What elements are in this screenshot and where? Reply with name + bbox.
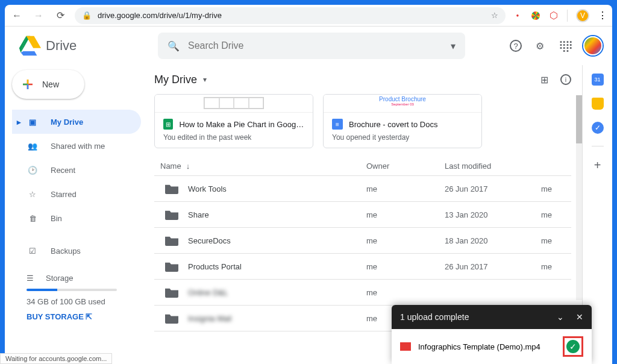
- scrollbar[interactable]: [576, 95, 582, 300]
- file-modified-by: me: [541, 210, 565, 219]
- sidebar-item-backups[interactable]: ☑Backups: [12, 239, 141, 263]
- folder-icon: [165, 235, 178, 246]
- help-icon[interactable]: ?: [510, 40, 522, 52]
- sidebar-item-label: Starred: [51, 190, 77, 199]
- star-icon[interactable]: ☆: [491, 11, 498, 20]
- upload-success-highlight: ✓: [563, 336, 583, 357]
- column-modified-header[interactable]: Last modified: [445, 162, 565, 171]
- sidebar: New ▸▣My Drive👥Shared with me🕑Recent☆Sta…: [5, 65, 148, 364]
- sidebar-item-recent[interactable]: 🕑Recent: [12, 158, 141, 182]
- new-button[interactable]: New: [12, 70, 84, 99]
- sidebar-item-label: Shared with me: [51, 142, 105, 151]
- calendar-icon[interactable]: 31: [592, 74, 604, 86]
- search-input[interactable]: [188, 40, 442, 51]
- breadcrumb-label: My Drive: [154, 74, 197, 86]
- file-row[interactable]: Shareme13 Jan 2020me: [154, 202, 571, 228]
- folder-icon: [165, 183, 178, 194]
- sidebar-item-shared[interactable]: 👥Shared with me: [12, 134, 141, 158]
- video-file-icon: [400, 342, 411, 351]
- breadcrumb[interactable]: My Drive ▾: [154, 74, 207, 86]
- sidebar-item-bin[interactable]: 🗑Bin: [12, 206, 141, 230]
- info-icon[interactable]: i: [560, 74, 571, 85]
- file-modified: 13 Jan 2020: [445, 210, 541, 219]
- sidebar-item-starred[interactable]: ☆Starred: [12, 182, 141, 206]
- file-owner: me: [366, 262, 445, 271]
- extension-icon-3[interactable]: ⬡: [549, 11, 559, 20]
- file-row[interactable]: Online D&Lme: [154, 280, 571, 306]
- search-dropdown-icon[interactable]: ▾: [451, 40, 456, 52]
- file-modified: 18 Jan 2020: [445, 236, 541, 245]
- backups-icon: ☑: [27, 246, 39, 256]
- search-icon: 🔍: [168, 40, 180, 52]
- keep-icon[interactable]: [592, 98, 604, 110]
- check-icon: ✓: [566, 340, 580, 353]
- file-name: Insignia Mail: [188, 314, 366, 323]
- storage-used-text: 34 GB of 100 GB used: [27, 297, 148, 306]
- account-avatar[interactable]: [583, 36, 603, 55]
- card-preview: Product BrochureSeptember 03: [324, 95, 481, 113]
- expand-arrow-icon: ▸: [17, 118, 21, 127]
- search-bar[interactable]: 🔍 ▾: [158, 33, 465, 59]
- file-modified: 26 Jun 2017: [445, 184, 541, 193]
- sidebar-item-label: Bin: [51, 214, 62, 223]
- logo-area[interactable]: Drive: [19, 35, 146, 57]
- browser-toolbar: ← → ⟳ 🔒 drive.google.com/drive/u/1/my-dr…: [5, 5, 612, 27]
- suggestion-card[interactable]: ⊞How to Make a Pie Chart in Google S...Y…: [154, 94, 313, 148]
- starred-icon: ☆: [27, 190, 39, 199]
- reload-button[interactable]: ⟳: [53, 8, 67, 23]
- back-button[interactable]: ←: [10, 8, 24, 23]
- file-row[interactable]: SecureDocsme18 Jan 2020me: [154, 228, 571, 254]
- profile-avatar[interactable]: V: [576, 9, 589, 22]
- plus-icon: [20, 77, 35, 92]
- sidebar-item-label: Recent: [51, 166, 75, 175]
- extension-icon-1[interactable]: ●: [513, 11, 522, 20]
- card-preview: [155, 95, 313, 113]
- toast-title: 1 upload complete: [400, 312, 469, 322]
- lock-icon: 🔒: [82, 11, 92, 20]
- file-name: Products Portal: [188, 262, 366, 271]
- file-owner: me: [366, 288, 445, 297]
- sidebar-item-label: Backups: [51, 246, 81, 256]
- bin-icon: 🗑: [27, 214, 39, 223]
- file-name: Online D&L: [188, 288, 366, 297]
- settings-gear-icon[interactable]: ⚙: [533, 39, 547, 53]
- file-modified-by: me: [541, 184, 565, 193]
- docs-icon: ≡: [332, 119, 343, 130]
- browser-menu[interactable]: ⋮: [598, 11, 607, 20]
- toast-filename[interactable]: Infographics Template (Demo).mp4: [418, 342, 540, 351]
- recent-icon: 🕑: [27, 166, 39, 175]
- file-list-header: Name ↓ Owner Last modified: [154, 157, 571, 176]
- file-modified: 26 Jun 2017: [445, 262, 541, 271]
- toast-collapse-icon[interactable]: ⌄: [557, 312, 564, 322]
- sidebar-item-my-drive[interactable]: ▸▣My Drive: [12, 110, 141, 134]
- divider: [592, 146, 604, 146]
- extension-icon-2[interactable]: [531, 11, 540, 20]
- tasks-icon[interactable]: ✓: [592, 122, 604, 134]
- file-owner: me: [366, 184, 445, 193]
- address-bar[interactable]: 🔒 drive.google.com/drive/u/1/my-drive ☆: [75, 7, 506, 24]
- storage-icon: ☰: [27, 274, 34, 283]
- apps-grid-icon[interactable]: ⢿⡿: [558, 39, 572, 53]
- sidebar-item-label: My Drive: [51, 118, 83, 127]
- file-name: Share: [188, 210, 366, 219]
- folder-icon: [165, 261, 178, 272]
- toast-close-icon[interactable]: ✕: [576, 312, 583, 322]
- my-drive-icon: ▣: [27, 118, 39, 127]
- shared-icon: 👥: [27, 142, 39, 151]
- add-addon-icon[interactable]: +: [594, 158, 601, 172]
- card-subtitle: You edited in the past week: [163, 133, 304, 142]
- folder-icon: [165, 287, 178, 298]
- folder-icon: [165, 313, 178, 324]
- file-row[interactable]: Products Portalme26 Jun 2017me: [154, 254, 571, 280]
- column-owner-header[interactable]: Owner: [366, 162, 445, 171]
- upload-toast: 1 upload complete ⌄ ✕ Infographics Templ…: [392, 305, 592, 364]
- file-row[interactable]: Work Toolsme26 Jun 2017me: [154, 176, 571, 202]
- buy-storage-link[interactable]: BUY STORAGE ⇱: [27, 312, 148, 321]
- card-subtitle: You opened it yesterday: [332, 133, 473, 142]
- storage-label[interactable]: Storage: [46, 274, 74, 283]
- sheets-icon: ⊞: [163, 119, 173, 130]
- column-name-header[interactable]: Name ↓: [160, 162, 366, 171]
- view-grid-icon[interactable]: ⊞: [540, 74, 548, 86]
- forward-button[interactable]: →: [31, 8, 46, 23]
- suggestion-card[interactable]: Product BrochureSeptember 03≡Brochure - …: [323, 94, 482, 148]
